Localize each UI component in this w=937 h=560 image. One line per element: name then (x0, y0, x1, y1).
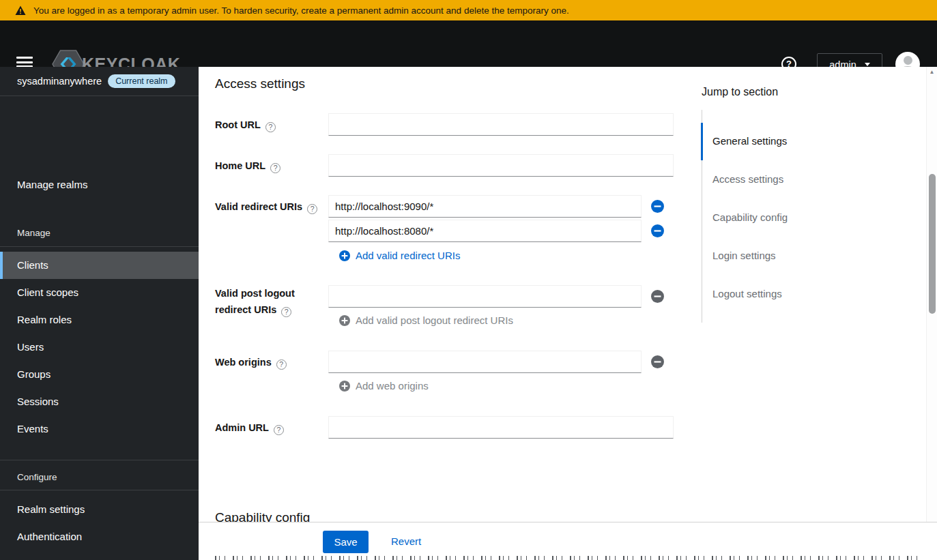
jump-link-capability-config[interactable]: Capability config (712, 211, 788, 224)
minus-circle-icon (651, 355, 664, 368)
remove-web-origin-button-disabled[interactable] (651, 355, 664, 368)
web-origins-input[interactable] (328, 351, 642, 373)
form-action-bar: Save Revert (199, 522, 937, 554)
sidebar-item-users[interactable]: Users (0, 334, 199, 361)
add-web-origins-button[interactable]: Add web origins (339, 380, 429, 392)
warning-icon (15, 5, 26, 16)
minus-circle-icon (651, 200, 664, 213)
sidebar-divider (0, 95, 199, 96)
sidebar-divider (0, 460, 199, 460)
sidebar-item-manage-realms[interactable]: Manage realms (0, 171, 199, 198)
temp-admin-warning-banner: You are logged in as a temporary admin u… (0, 0, 937, 20)
banner-text: You are logged in as a temporary admin u… (33, 5, 569, 16)
sidebar-item-realm-settings[interactable]: Realm settings (0, 496, 199, 523)
nav-toggle-hamburger-icon[interactable] (16, 57, 33, 68)
valid-post-logout-redirect-uris-label: Valid post logout redirect URIs? (215, 285, 314, 318)
web-origins-help-icon[interactable]: ? (276, 359, 287, 370)
valid-post-logout-redirect-uri-input[interactable] (328, 285, 642, 308)
valid-redirect-uris-label: Valid redirect URIs? (215, 198, 328, 215)
add-valid-redirect-uris-button[interactable]: Add valid redirect URIs (339, 250, 460, 261)
valid-redirect-uri-input-1[interactable] (328, 220, 642, 242)
valid-redirect-uris-help-icon[interactable]: ? (307, 204, 317, 214)
current-realm-badge: Current realm (108, 74, 175, 88)
home-url-input[interactable] (328, 154, 674, 177)
root-url-help-icon[interactable]: ? (265, 122, 276, 132)
valid-redirect-uri-input-0[interactable] (328, 195, 642, 218)
remove-redirect-uri-1-button[interactable] (651, 224, 664, 237)
home-url-label: Home URL? (215, 158, 328, 174)
section-heading-access-settings: Access settings (215, 76, 305, 91)
sidebar-item-identity-providers[interactable]: Identity providers (0, 550, 199, 560)
jump-link-access-settings[interactable]: Access settings (712, 173, 783, 186)
scrollbar-up-arrow-icon[interactable]: ▲ (927, 69, 937, 75)
jump-link-login-settings[interactable]: Login settings (712, 249, 776, 263)
revert-button[interactable]: Revert (391, 535, 421, 547)
sidebar-item-realm-roles[interactable]: Realm roles (0, 306, 199, 334)
plus-circle-icon (339, 250, 350, 261)
sidebar: sysadminanywhere Current realm Manage re… (0, 67, 199, 560)
jump-to-section-title: Jump to section (702, 86, 778, 98)
masthead: KEYCLOAK ? admin (0, 20, 937, 67)
sidebar-item-client-scopes[interactable]: Client scopes (0, 279, 199, 306)
sidebar-item-authentication[interactable]: Authentication (0, 523, 199, 550)
chevron-down-icon (865, 63, 870, 66)
home-url-help-icon[interactable]: ? (270, 163, 280, 173)
realm-name: sysadminanywhere (17, 76, 102, 87)
web-origins-label: Web origins? (215, 354, 328, 370)
valid-post-logout-help-icon[interactable]: ? (281, 307, 291, 317)
sidebar-item-clients[interactable]: Clients (0, 252, 199, 279)
sidebar-group-manage: Manage (0, 223, 199, 244)
scrollbar-thumb[interactable] (929, 174, 936, 314)
sidebar-item-sessions[interactable]: Sessions (0, 388, 199, 415)
save-button[interactable]: Save (323, 531, 369, 553)
sidebar-divider (0, 490, 199, 490)
root-url-label: Root URL? (215, 117, 328, 133)
plus-circle-icon (339, 315, 350, 326)
sidebar-item-events[interactable]: Events (0, 415, 199, 443)
sidebar-group-configure: Configure (0, 467, 199, 488)
vertical-scrollbar[interactable]: ▲ (926, 67, 937, 522)
jump-nav-active-indicator (701, 123, 703, 160)
current-realm-row[interactable]: sysadminanywhere Current realm (0, 67, 199, 95)
jump-link-logout-settings[interactable]: Logout settings (712, 287, 782, 301)
sidebar-divider (0, 246, 199, 247)
minus-circle-icon (651, 224, 664, 237)
admin-url-help-icon[interactable]: ? (274, 425, 284, 435)
remove-redirect-uri-0-button[interactable] (651, 200, 664, 213)
root-url-input[interactable] (328, 113, 674, 136)
clipped-scrolled-content (215, 554, 918, 560)
add-valid-post-logout-redirect-uris-button[interactable]: Add valid post logout redirect URIs (339, 314, 513, 326)
minus-circle-icon (651, 290, 664, 303)
admin-url-input[interactable] (328, 416, 674, 439)
admin-url-label: Admin URL? (215, 419, 328, 436)
jump-link-general-settings[interactable]: General settings (712, 134, 787, 148)
sidebar-item-groups[interactable]: Groups (0, 361, 199, 388)
plus-circle-icon (339, 381, 350, 392)
remove-post-logout-uri-button-disabled[interactable] (651, 290, 664, 303)
